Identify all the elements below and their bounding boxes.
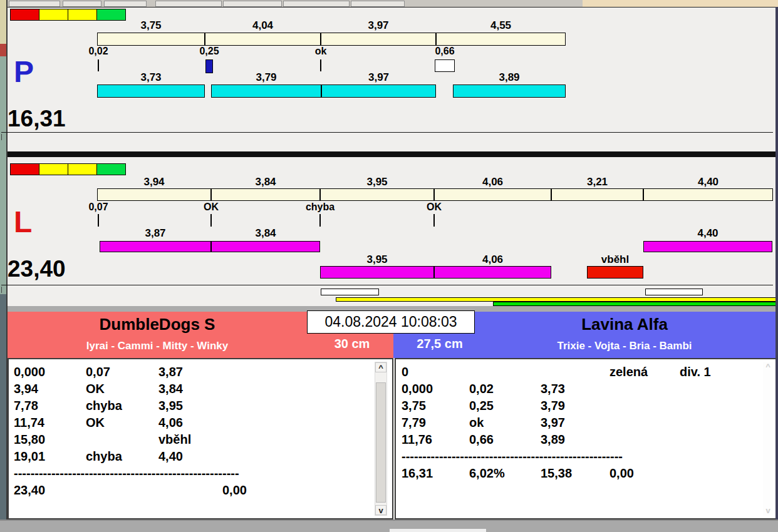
cell: 3,79 bbox=[541, 398, 565, 413]
cell: 0,02 bbox=[469, 381, 494, 396]
start-mark-tick bbox=[319, 214, 321, 227]
light-box bbox=[10, 163, 39, 175]
dog-time-bar bbox=[321, 84, 436, 98]
jump-height: 30 cm bbox=[314, 337, 390, 351]
list-row[interactable]: 19,01chyba4,40 bbox=[9, 449, 392, 466]
cell: 3,73 bbox=[541, 381, 565, 396]
panel-lane-l: L 23,40 3,943,843,954,063,214,400,07OKch… bbox=[0, 157, 778, 306]
scroll-up-icon[interactable]: ^ bbox=[763, 362, 773, 372]
start-mark-indicator bbox=[435, 59, 455, 72]
start-mark-value: ok bbox=[283, 46, 358, 57]
start-mark-tick bbox=[98, 214, 99, 227]
screen: P 16,31 3,754,043,974,550,020,25ok0,663,… bbox=[0, 0, 778, 532]
left-results-list[interactable]: 0,0000,073,873,94OK3,847,78chyba3,9511,7… bbox=[8, 358, 393, 519]
scroll-down-icon[interactable]: v bbox=[763, 506, 773, 516]
dog-time-value: 3,87 bbox=[118, 227, 193, 240]
split-time-bar bbox=[205, 33, 321, 46]
split-time-bar bbox=[643, 188, 773, 201]
dog-time-bar bbox=[320, 266, 434, 279]
start-mark-value: OK bbox=[397, 202, 472, 213]
panel-baseline bbox=[1, 132, 773, 133]
dog-time-bar bbox=[97, 84, 205, 98]
left-list-scrollbar[interactable]: ^ v bbox=[375, 362, 387, 516]
cell: 0,25 bbox=[469, 398, 494, 413]
split-time-value: 3,97 bbox=[341, 19, 416, 32]
background-toolbar-segment bbox=[104, 1, 147, 7]
list-row[interactable]: 15,80vběhl bbox=[9, 432, 392, 449]
cell: 0,00 bbox=[222, 483, 247, 498]
dog-time-bar bbox=[643, 241, 772, 252]
panel-divider bbox=[8, 151, 775, 157]
start-mark-tick bbox=[98, 59, 99, 71]
panel-baseline bbox=[1, 285, 773, 285]
scroll-up-icon[interactable]: ^ bbox=[375, 362, 386, 372]
right-results-list[interactable]: 0zelenádiv. 10,0000,023,733,750,253,797,… bbox=[395, 358, 778, 519]
traffic-lights bbox=[11, 163, 126, 175]
bottom-gray-strip bbox=[0, 519, 778, 532]
team-dogs: lyrai - Cammi - Mitty - Winky bbox=[8, 340, 307, 352]
team-dogs: Trixie - Vojta - Bria - Bambi bbox=[474, 340, 775, 352]
lane-letter: P bbox=[14, 57, 34, 87]
list-row[interactable]: 0zelenádiv. 1 bbox=[396, 364, 777, 381]
background-toolbar-segment bbox=[9, 1, 60, 7]
list-row[interactable]: 11,74OK4,06 bbox=[9, 415, 392, 432]
cell: 15,38 bbox=[541, 466, 572, 481]
scroll-thumb[interactable] bbox=[376, 382, 386, 503]
split-time-bar bbox=[551, 188, 643, 201]
list-row[interactable]: ----------------------------------------… bbox=[9, 466, 392, 483]
list-row[interactable]: 16,316,02%15,380,00 bbox=[396, 466, 777, 483]
split-time-value: 4,40 bbox=[671, 176, 746, 188]
split-time-value: 3,95 bbox=[340, 176, 415, 188]
background-toolbar-segment bbox=[155, 1, 222, 7]
list-row[interactable]: 3,750,253,79 bbox=[396, 398, 777, 415]
cell: 0,000 bbox=[14, 364, 45, 379]
split-time-bar bbox=[321, 33, 436, 46]
split-time-bar bbox=[211, 188, 320, 201]
cell: 0,66 bbox=[469, 432, 494, 447]
split-time-value: 4,06 bbox=[455, 176, 531, 188]
list-row[interactable]: 0,0000,023,73 bbox=[396, 381, 777, 398]
baseline-tick bbox=[1, 134, 2, 140]
start-mark-value: 0,07 bbox=[61, 202, 136, 213]
panel-lane-p: P 16,31 3,754,043,974,550,020,25ok0,663,… bbox=[0, 7, 778, 151]
cell: chyba bbox=[86, 449, 122, 464]
start-mark-value: 0,25 bbox=[172, 46, 247, 57]
list-row[interactable]: 23,400,00 bbox=[9, 483, 392, 499]
light-box bbox=[10, 9, 39, 21]
background-toolbar-segment bbox=[63, 1, 101, 7]
cell: 3,84 bbox=[158, 381, 183, 396]
start-mark-tick bbox=[210, 214, 212, 227]
light-box bbox=[39, 9, 68, 21]
cell: 11,74 bbox=[14, 415, 44, 430]
background-toolbar-segment bbox=[223, 1, 282, 7]
dog-time-value: 3,84 bbox=[228, 227, 303, 240]
list-row[interactable]: ----------------------------------------… bbox=[396, 449, 777, 466]
cell: 0,07 bbox=[86, 364, 110, 379]
start-mark-value: 0,66 bbox=[407, 46, 482, 57]
team-name: Lavina Alfa bbox=[474, 315, 775, 334]
cell: 3,75 bbox=[402, 398, 426, 413]
light-box bbox=[96, 163, 126, 175]
start-mark-value: chyba bbox=[283, 202, 358, 213]
separator: ----------------------------------------… bbox=[14, 466, 239, 481]
list-row[interactable]: 7,78chyba3,95 bbox=[9, 398, 392, 415]
list-row[interactable]: 7,79ok3,97 bbox=[396, 415, 777, 432]
right-list-scrollbar[interactable]: ^ v bbox=[763, 362, 773, 516]
list-row[interactable]: 11,760,663,89 bbox=[396, 432, 777, 449]
background-window-strip[interactable] bbox=[0, 0, 778, 7]
list-row[interactable]: 3,94OK3,84 bbox=[9, 381, 392, 398]
light-box bbox=[68, 163, 97, 175]
datetime: 04.08.2024 10:08:03 bbox=[307, 310, 475, 334]
cell: 3,97 bbox=[541, 415, 565, 430]
start-mark-indicator bbox=[205, 59, 213, 73]
cell: zelená bbox=[609, 364, 648, 379]
scroll-down-icon[interactable]: v bbox=[375, 505, 386, 515]
cell: ok bbox=[469, 415, 484, 430]
dog-time-value: 3,97 bbox=[341, 71, 417, 84]
dog-time-value: 3,89 bbox=[472, 71, 547, 84]
list-row[interactable]: 0,0000,073,87 bbox=[9, 364, 392, 381]
split-time-value: 4,04 bbox=[226, 19, 301, 32]
cell: 16,31 bbox=[402, 466, 433, 481]
cell: div. 1 bbox=[680, 364, 711, 379]
split-time-value: 3,84 bbox=[228, 176, 303, 188]
